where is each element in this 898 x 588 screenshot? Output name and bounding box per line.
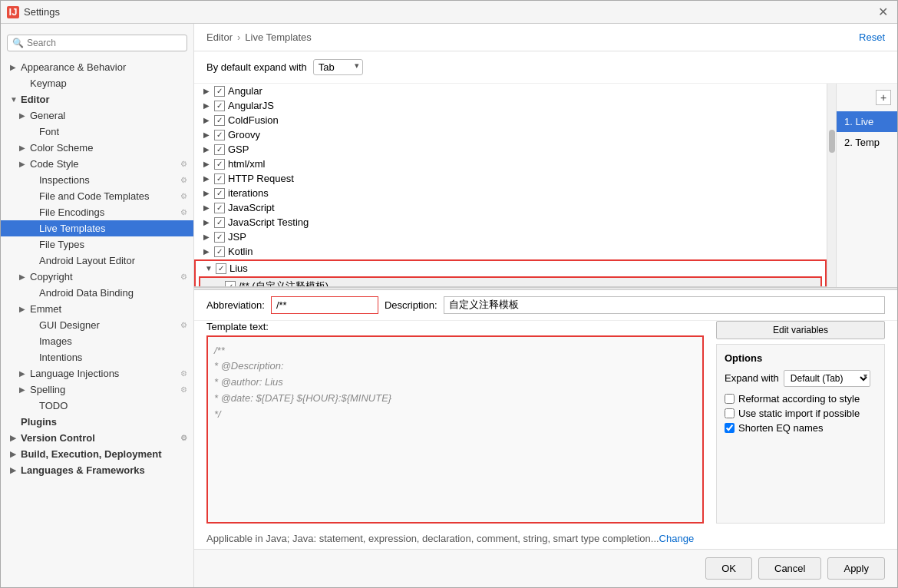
- sidebar-item-language-injections[interactable]: ▶ Language Injections ⚙: [1, 365, 193, 382]
- sidebar-item-label: Color Scheme: [30, 142, 93, 154]
- sidebar-item-build[interactable]: ▶ Build, Execution, Deployment: [1, 446, 193, 462]
- expand-with-select[interactable]: Tab Enter Space: [313, 59, 363, 75]
- shorten-eq-checkbox-label[interactable]: Shorten EQ names: [725, 422, 877, 434]
- list-item[interactable]: ▶ Groovy: [194, 127, 827, 142]
- checkbox[interactable]: [214, 144, 225, 155]
- checkbox[interactable]: [214, 101, 225, 111]
- scrollbar[interactable]: [827, 84, 836, 287]
- tab-live[interactable]: 1. Live: [837, 111, 897, 132]
- list-item[interactable]: ▶ JSP: [194, 230, 827, 244]
- sidebar-item-file-encodings[interactable]: File Encodings ⚙: [1, 204, 193, 220]
- search-input[interactable]: [27, 38, 182, 48]
- static-import-checkbox-label[interactable]: Use static import if possible: [725, 408, 877, 419]
- sidebar-item-live-templates[interactable]: Live Templates: [1, 220, 193, 236]
- sidebar-item-android-layout[interactable]: Android Layout Editor: [1, 253, 193, 269]
- sidebar-item-code-style[interactable]: ▶ Code Style ⚙: [1, 156, 193, 172]
- sidebar-item-copyright[interactable]: ▶ Copyright ⚙: [1, 269, 193, 285]
- sidebar-item-label: General: [30, 110, 65, 121]
- sidebar-item-font[interactable]: Font: [1, 124, 193, 140]
- sidebar-item-emmet[interactable]: ▶ Emmet: [1, 301, 193, 317]
- sidebar-item-images[interactable]: Images: [1, 333, 193, 349]
- checkbox[interactable]: [214, 188, 225, 199]
- sidebar-item-todo[interactable]: TODO: [1, 398, 193, 414]
- list-item[interactable]: ▶ GSP: [194, 142, 827, 157]
- reset-link[interactable]: Reset: [859, 31, 885, 43]
- search-box: 🔍: [7, 35, 187, 51]
- sidebar-item-version-control[interactable]: ▶ Version Control ⚙: [1, 430, 193, 446]
- list-item[interactable]: ▶ HTTP Request: [194, 171, 827, 186]
- checkbox[interactable]: [214, 159, 225, 170]
- sidebar-item-intentions[interactable]: Intentions: [1, 349, 193, 365]
- checkbox[interactable]: [214, 246, 225, 257]
- tab-temp[interactable]: 2. Temp: [837, 132, 897, 153]
- gear-icon: ⚙: [180, 192, 187, 200]
- checkbox[interactable]: [214, 86, 225, 97]
- reformat-checkbox-label[interactable]: Reformat according to style: [725, 393, 877, 405]
- expand-with-options-select[interactable]: Default (Tab) Tab Enter: [784, 370, 870, 387]
- description-input[interactable]: [444, 296, 885, 314]
- sidebar-item-label: Inspections: [39, 174, 90, 186]
- arrow-icon: ▶: [203, 203, 211, 212]
- list-item[interactable]: ▶ JavaScript Testing: [194, 215, 827, 230]
- group-label: JavaScript: [228, 202, 275, 213]
- title-bar: IJ Settings ✕: [1, 1, 897, 24]
- tab-label: 1. Live: [844, 116, 873, 127]
- scrollbar-thumb[interactable]: [829, 130, 835, 153]
- sidebar-item-android-data-binding[interactable]: Android Data Binding: [1, 285, 193, 301]
- list-item[interactable]: ▶ html/xml: [194, 157, 827, 171]
- change-link[interactable]: Change: [659, 533, 695, 544]
- apply-button[interactable]: Apply: [827, 557, 885, 580]
- sidebar-item-spelling[interactable]: ▶ Spelling ⚙: [1, 382, 193, 398]
- close-button[interactable]: ✕: [875, 5, 891, 19]
- static-import-checkbox[interactable]: [725, 408, 735, 418]
- sidebar-item-gui-designer[interactable]: GUI Designer ⚙: [1, 317, 193, 333]
- arrow-icon: ▶: [203, 145, 211, 154]
- list-item[interactable]: ▼ Lius: [196, 261, 825, 276]
- main-panel: Editor › Live Templates Reset By default…: [194, 24, 897, 587]
- sidebar-item-appearance[interactable]: ▶ Appearance & Behavior: [1, 59, 193, 75]
- checkbox[interactable]: [214, 115, 225, 126]
- checkbox[interactable]: [214, 217, 225, 228]
- window-title: Settings: [24, 6, 875, 18]
- expand-with-select-wrap: Default (Tab) Tab Enter: [784, 370, 870, 387]
- shorten-eq-checkbox[interactable]: [725, 423, 735, 433]
- group-label: html/xml: [228, 158, 265, 170]
- checkbox[interactable]: [214, 130, 225, 140]
- checkbox[interactable]: [225, 281, 236, 287]
- edit-variables-button[interactable]: Edit variables: [716, 321, 885, 339]
- list-item[interactable]: ▶ Kotlin: [194, 244, 827, 259]
- sidebar-item-general[interactable]: ▶ General: [1, 107, 193, 124]
- list-item-lius-child[interactable]: /** (自定义注释模板): [200, 278, 820, 287]
- template-code-editor[interactable]: /** * @Description: * @author: Lius * @d…: [206, 335, 704, 524]
- abbreviation-input[interactable]: [271, 296, 378, 314]
- reformat-checkbox[interactable]: [725, 394, 735, 404]
- sidebar-item-plugins[interactable]: Plugins: [1, 414, 193, 430]
- list-item[interactable]: ▶ AngularJS: [194, 98, 827, 113]
- gear-icon: ⚙: [180, 434, 187, 442]
- sidebar-item-languages[interactable]: ▶ Languages & Frameworks: [1, 462, 193, 478]
- sidebar: 🔍 ▶ Appearance & Behavior Keymap ▼ Edito…: [1, 24, 194, 587]
- list-item[interactable]: ▶ JavaScript: [194, 200, 827, 215]
- sidebar-item-editor[interactable]: ▼ Editor: [1, 91, 193, 107]
- add-template-button[interactable]: +: [876, 90, 891, 105]
- checkbox[interactable]: [214, 203, 225, 213]
- ok-button[interactable]: OK: [705, 557, 752, 580]
- sidebar-item-label: Appearance & Behavior: [21, 61, 126, 73]
- sidebar-item-color-scheme[interactable]: ▶ Color Scheme: [1, 140, 193, 156]
- checkbox[interactable]: [216, 263, 226, 274]
- group-label: GSP: [228, 144, 249, 155]
- sidebar-item-inspections[interactable]: Inspections ⚙: [1, 172, 193, 188]
- list-item[interactable]: ▶ iterations: [194, 186, 827, 200]
- sidebar-item-keymap[interactable]: Keymap: [1, 75, 193, 91]
- list-item[interactable]: ▶ ColdFusion: [194, 113, 827, 127]
- list-item[interactable]: ▶ Angular: [194, 84, 827, 98]
- checkbox[interactable]: [214, 173, 225, 184]
- expand-with-options-row: Expand with Default (Tab) Tab Enter: [725, 370, 877, 387]
- breadcrumb: Editor › Live Templates Reset: [194, 24, 897, 51]
- sidebar-item-file-types[interactable]: File Types: [1, 236, 193, 253]
- cancel-button[interactable]: Cancel: [758, 557, 821, 580]
- template-list: ▶ Angular ▶ AngularJS ▶: [194, 84, 827, 287]
- checkbox[interactable]: [214, 232, 225, 243]
- code-line-3: * @author: Lius: [214, 375, 696, 391]
- sidebar-item-file-code-templates[interactable]: File and Code Templates ⚙: [1, 188, 193, 204]
